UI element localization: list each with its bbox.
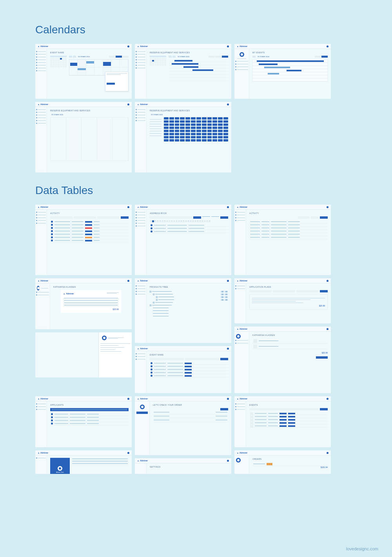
sidebar-profile[interactable] [35, 283, 50, 329]
user-avatar-icon[interactable] [127, 398, 129, 400]
sidebar-nav[interactable] [234, 401, 246, 447]
sidebar-nav[interactable] [35, 107, 47, 172]
sidebar-profile[interactable] [135, 401, 150, 455]
expand-icon[interactable] [150, 305, 151, 306]
order-items[interactable]: $25.99 [252, 338, 328, 354]
user-avatar-icon[interactable] [227, 103, 229, 105]
view-week[interactable] [116, 56, 122, 58]
gantt-chart[interactable] [252, 59, 328, 82]
expand-icon[interactable] [156, 296, 158, 298]
thumb-address-book[interactable]: Adminer ADDRESS BOOK ABCDEFGHIJKLMNOPQRS… [135, 205, 231, 275]
user-avatar-icon[interactable] [327, 45, 328, 47]
user-avatar-icon[interactable] [227, 348, 229, 350]
thumb-settings[interactable]: Adminer SETTINGS [135, 458, 231, 474]
thumb-profile-order[interactable]: Adminer KATHARINA KLASSEN $25.99 [234, 327, 331, 393]
sidebar-nav[interactable] [234, 283, 246, 323]
filter-button[interactable] [121, 216, 129, 219]
user-avatar-icon[interactable] [327, 206, 328, 208]
sidebar-profile[interactable] [234, 455, 249, 474]
user-avatar-icon[interactable] [227, 398, 229, 400]
user-avatar-icon[interactable] [327, 328, 328, 330]
place-order-button[interactable] [220, 408, 228, 410]
availability-grid[interactable] [164, 117, 228, 142]
filter-button[interactable] [320, 216, 328, 219]
data-table[interactable] [249, 220, 328, 239]
side-drawer[interactable] [98, 332, 132, 377]
thumb-activity-table[interactable]: Adminer ACTIVITY [35, 205, 132, 275]
sidebar-nav[interactable] [35, 455, 47, 474]
mini-calendar[interactable] [150, 56, 166, 81]
sidebar-nav[interactable] [135, 283, 147, 343]
tree-table[interactable] [150, 290, 228, 318]
gantt-chart[interactable] [169, 59, 228, 81]
thumb-team-card[interactable]: Adminer Adminer Team [35, 450, 132, 474]
user-avatar-icon[interactable] [227, 45, 229, 47]
sidebar-nav[interactable] [135, 49, 147, 98]
sidebar-profile[interactable] [234, 332, 249, 393]
action-button[interactable] [136, 412, 148, 414]
event-popover[interactable] [105, 72, 129, 91]
user-avatar-icon[interactable] [127, 452, 129, 454]
events-table[interactable] [249, 412, 328, 428]
view-month[interactable] [122, 56, 129, 58]
user-avatar-icon[interactable] [327, 398, 328, 400]
thumb-events-list[interactable]: Adminer EVENTS [234, 396, 331, 447]
thumb-event-table[interactable]: Adminer EVENT NAME [135, 346, 231, 393]
thumb-calendar-myevents[interactable]: Adminer MY EVENTS OCTOBER 2018 [234, 44, 331, 99]
data-table[interactable] [50, 220, 129, 242]
thumb-app-plans[interactable]: Adminer APPLICATION PLANS $25.99 [234, 278, 331, 323]
thumb-calendar-year[interactable]: Adminer RESERVE EQUIPMENT AND SERVICES O… [135, 102, 231, 172]
expand-icon[interactable] [150, 291, 151, 292]
thumb-calendar-event[interactable]: Adminer EVENT NAME [35, 44, 132, 99]
view-month[interactable] [321, 56, 328, 58]
user-avatar-icon[interactable] [127, 103, 129, 105]
user-avatar-icon[interactable] [127, 206, 129, 208]
expand-icon[interactable] [153, 302, 154, 303]
applicants-table[interactable] [50, 413, 129, 425]
thumb-calendar-slots[interactable]: Adminer RESERVE EQUIPMENT AND SERVICES O… [35, 102, 132, 172]
thumb-activity-simple[interactable]: Adminer ACTIVITY [234, 205, 331, 275]
sidebar-nav[interactable] [135, 351, 147, 393]
search-button[interactable] [320, 408, 328, 410]
sidebar-nav[interactable] [135, 210, 147, 275]
data-table[interactable] [150, 362, 228, 377]
mini-calendar[interactable] [50, 56, 67, 76]
sidebar-nav[interactable] [35, 49, 47, 98]
thumb-orders[interactable]: Adminer ORDERS $151.94 [234, 450, 331, 474]
sidebar-profile[interactable] [234, 49, 249, 98]
user-avatar-icon[interactable] [327, 280, 328, 282]
prev-button[interactable] [252, 56, 256, 58]
team-profile-card[interactable]: Adminer Team [50, 458, 70, 474]
search-button[interactable] [220, 358, 228, 360]
sidebar-nav[interactable] [234, 210, 246, 275]
filter-bar[interactable] [50, 216, 129, 219]
plan-card[interactable]: $25.99 [249, 294, 328, 310]
user-avatar-icon[interactable] [227, 460, 229, 462]
view-week[interactable] [215, 56, 221, 58]
thumb-profile-drawer[interactable] [35, 332, 132, 377]
checkout-button[interactable] [316, 356, 328, 359]
view-day[interactable] [109, 56, 115, 58]
view-day[interactable] [209, 56, 215, 58]
search-bar[interactable] [50, 408, 129, 411]
user-avatar-icon[interactable] [327, 452, 328, 454]
expand-icon[interactable] [153, 294, 154, 295]
search-button[interactable] [193, 216, 201, 219]
user-avatar-icon[interactable] [227, 206, 229, 208]
thumb-applicants[interactable]: Adminer APPLICANTS [35, 396, 132, 447]
thumb-calendar-reserve[interactable]: Adminer RESERVE EQUIPMENT AND SERVICES [135, 44, 231, 99]
contacts-table[interactable] [150, 224, 228, 233]
sidebar-nav[interactable] [35, 210, 47, 275]
sidebar-nav[interactable] [135, 463, 147, 474]
thumb-invoice[interactable]: Adminer KATHARINA KLASSEN Adminer [35, 278, 132, 329]
prev-button[interactable] [69, 56, 72, 58]
add-button[interactable] [320, 290, 328, 292]
user-avatar-icon[interactable] [127, 280, 129, 282]
user-avatar-icon[interactable] [227, 280, 229, 282]
view-week[interactable] [315, 56, 321, 58]
today-button[interactable] [172, 56, 176, 58]
sidebar-nav[interactable] [135, 107, 147, 172]
add-button[interactable] [220, 216, 228, 219]
prev-button[interactable] [169, 56, 172, 58]
view-month[interactable] [222, 56, 228, 58]
